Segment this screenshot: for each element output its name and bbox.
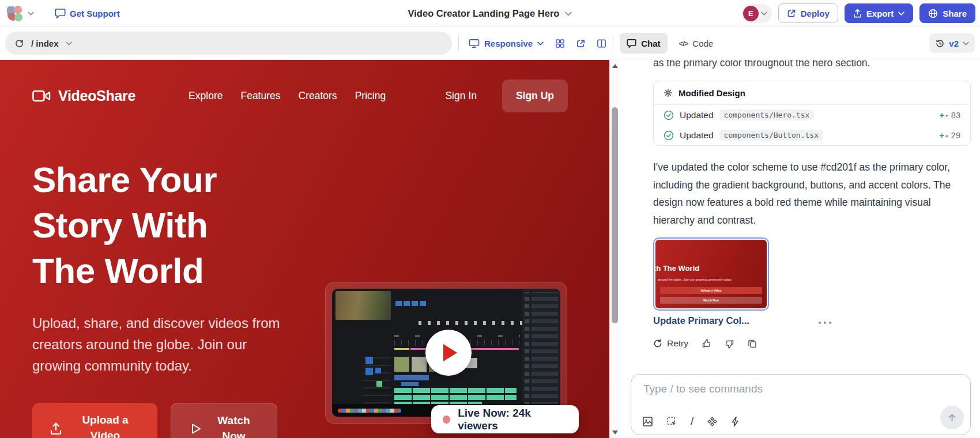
url-bar[interactable]: / index (5, 32, 452, 55)
app-logo[interactable] (7, 6, 22, 21)
play-button[interactable] (425, 330, 472, 376)
device-selector[interactable]: Responsive (469, 39, 544, 48)
hero-headline-line: Story With (32, 202, 217, 248)
video-camera-icon (32, 89, 51, 103)
editor-audio-track (394, 395, 517, 400)
send-button[interactable] (940, 406, 964, 429)
scroll-down-arrow[interactable] (612, 431, 618, 435)
share-button[interactable]: Share (919, 3, 975, 23)
open-in-new-icon[interactable] (576, 39, 586, 48)
thumbnail-button: Upload a Video (660, 287, 763, 294)
landing-brand-name: VideoShare (58, 88, 135, 104)
landing-nav-actions: Sign In Sign Up (445, 80, 568, 112)
hero-video-card (325, 282, 567, 424)
assistant-message: I've updated the color scheme to use #cd… (653, 158, 967, 229)
nav-link-pricing[interactable]: Pricing (355, 90, 386, 102)
thumbnail-subtext: around the globe. Join our growing commu… (658, 278, 732, 281)
copy-icon[interactable] (748, 339, 757, 348)
arrow-up-icon (947, 413, 957, 422)
version-label: v2 (949, 39, 959, 48)
live-viewers-badge: Live Now: 24k viewers (431, 405, 579, 433)
code-icon: </> (679, 39, 688, 48)
chevron-down-icon[interactable] (66, 41, 72, 46)
diff-minus: - (945, 111, 948, 120)
editor-tool-button (365, 368, 373, 375)
nav-link-features[interactable]: Features (240, 90, 280, 102)
sign-in-link[interactable]: Sign In (445, 90, 476, 102)
landing-brand[interactable]: VideoShare (32, 88, 135, 104)
tab-chat[interactable]: Chat (620, 33, 667, 54)
logo-shape (14, 6, 22, 14)
change-row[interactable]: Updated components/Hero.tsx + - 83 (654, 105, 970, 125)
divider (613, 35, 613, 51)
modified-design-card: Modified Design Updated components/Hero.… (653, 81, 971, 146)
integrations-icon[interactable] (707, 416, 718, 427)
chevron-down-icon[interactable] (565, 12, 572, 16)
video-editor-screenshot (332, 289, 560, 417)
hero-cta-row: Upload a Video Watch Now (32, 403, 277, 438)
diff-count: 83 (951, 111, 960, 120)
get-support-button[interactable]: Get Support (55, 8, 120, 18)
changed-file-chip: components/Button.tsx (719, 130, 823, 141)
editor-tool-button (365, 357, 373, 364)
deploy-button[interactable]: Deploy (778, 3, 838, 23)
editor-clip-blue (394, 375, 429, 380)
document-title-text: Video Creator Landing Page Hero (408, 8, 560, 19)
preview-pane: VideoShare Explore Features Creators Pri… (0, 60, 609, 438)
component-board-icon[interactable] (555, 39, 565, 48)
upload-video-button[interactable]: Upload a Video (32, 403, 157, 438)
scrollbar-thumb[interactable] (612, 107, 618, 323)
retry-icon (653, 339, 662, 348)
preview-scrollbar[interactable] (609, 60, 620, 438)
device-label: Responsive (484, 39, 533, 48)
editor-timecode (395, 301, 428, 306)
retry-button[interactable]: Retry (653, 338, 688, 349)
chat-input[interactable] (643, 383, 885, 395)
chat-bubble-icon (55, 8, 66, 18)
diff-minus: - (945, 131, 948, 140)
nav-link-creators[interactable]: Creators (299, 90, 337, 102)
upload-video-label: Upload a Video (70, 412, 141, 438)
top-bar: Get Support Video Creator Landing Page H… (0, 0, 980, 27)
version-caption[interactable]: Update Primary Col... (653, 315, 749, 326)
avatar: E (743, 6, 759, 21)
thumbs-down-icon[interactable] (725, 339, 734, 349)
version-selector[interactable]: v2 (929, 33, 975, 53)
account-menu[interactable]: E (741, 4, 772, 23)
chat-panel: as the primary color throughout the hero… (620, 60, 980, 438)
watch-now-label: Watch Now (210, 413, 258, 438)
history-icon (935, 39, 945, 48)
diff-counts: + - 29 (940, 131, 960, 140)
chat-input-box[interactable]: / (631, 374, 971, 435)
lightning-icon[interactable] (731, 416, 740, 427)
slash-command-icon[interactable]: / (691, 415, 693, 428)
sign-up-button[interactable]: Sign Up (502, 80, 568, 112)
nav-link-explore[interactable]: Explore (189, 90, 223, 102)
preview-toolbar: / index Responsive Chat </> Code v2 (0, 28, 980, 59)
thumbs-up-icon[interactable] (702, 339, 711, 349)
chevron-down-icon[interactable] (28, 12, 34, 16)
image-icon[interactable] (642, 416, 653, 427)
editor-audio-track (394, 388, 517, 393)
upload-icon (50, 422, 62, 436)
hero-subtext: Upload, share, and discover videos from … (32, 312, 281, 376)
version-thumbnail[interactable]: th The World around the globe. Join our … (653, 237, 769, 311)
chat-bubble-icon (627, 39, 636, 48)
refresh-icon[interactable] (14, 39, 24, 48)
split-columns-icon[interactable] (597, 39, 606, 48)
export-button[interactable]: Export (845, 3, 914, 23)
editor-transport-controls (419, 321, 522, 325)
scroll-up-arrow[interactable] (612, 64, 618, 68)
app-window: Get Support Video Creator Landing Page H… (0, 0, 980, 438)
change-row[interactable]: Updated components/Button.tsx + - 29 (654, 125, 970, 145)
watch-now-button[interactable]: Watch Now (171, 403, 277, 438)
route-path: / index (31, 39, 59, 48)
select-element-icon[interactable] (666, 416, 677, 427)
input-toolbar: / (642, 415, 740, 428)
chevron-down-icon (898, 12, 904, 16)
diff-plus: + (940, 131, 944, 140)
sparkle-icon (664, 88, 673, 97)
thumbnail-button: Watch Now (660, 297, 763, 304)
tab-code[interactable]: </> Code (672, 33, 721, 54)
more-options-icon[interactable] (819, 321, 834, 324)
